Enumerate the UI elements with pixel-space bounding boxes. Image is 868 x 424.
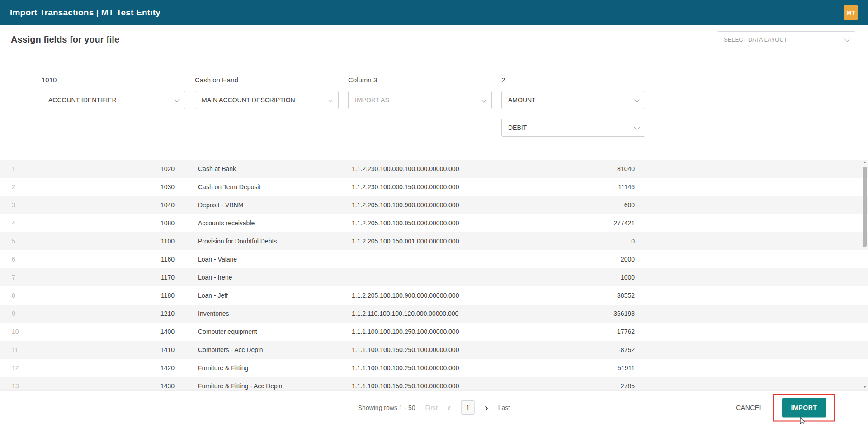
row-number-cell: 9: [0, 310, 36, 317]
table-row: 3 1040 Deposit - VBNM 1.1.2.205.100.100.…: [0, 196, 868, 214]
row-number-cell: 12: [0, 364, 36, 372]
first-page-button[interactable]: First: [425, 404, 438, 411]
chevron-down-icon: [481, 96, 487, 102]
account-code-cell: 1030: [36, 183, 175, 191]
account-code-cell: 1100: [36, 238, 175, 245]
previous-page-icon[interactable]: ‹: [448, 403, 451, 412]
account-code-cell: 1410: [36, 346, 175, 353]
account-description-cell: Inventories: [175, 310, 352, 317]
debit-credit-select-value: DEBIT: [508, 124, 527, 131]
account-description-cell: Furniture & Fitting: [175, 364, 352, 372]
account-description-cell: Computers - Acc Dep'n: [175, 346, 352, 353]
amount-cell: -8752: [546, 346, 635, 353]
account-description-cell: Provision for Doubtful Debts: [175, 238, 352, 245]
table-row: 9 1210 Inventories 1.1.2.110.100.100.120…: [0, 305, 868, 323]
row-number-cell: 13: [0, 382, 36, 390]
account-code-cell: 1210: [36, 310, 175, 317]
amount-cell: 1000: [546, 274, 635, 281]
account-mapping-cell: 1.1.2.110.100.100.120.000.00000.000: [352, 310, 546, 317]
account-mapping-cell: 1.1.2.230.100.000.150.000.00000.000: [352, 183, 546, 191]
account-code-cell: 1080: [36, 219, 175, 227]
main-account-description-select-value: MAIN ACCOUNT DESCRIPTION: [202, 96, 295, 104]
scroll-up-icon[interactable]: ▲: [862, 160, 868, 165]
account-description-cell: Loan - Valarie: [175, 256, 352, 263]
import-as-select-placeholder: IMPORT AS: [355, 96, 389, 104]
amount-cell: 51911: [546, 364, 635, 372]
account-mapping-cell: 1.1.2.205.100.150.001.000.00000.000: [352, 238, 546, 245]
account-code-cell: 1160: [36, 256, 175, 263]
account-code-cell: 1020: [36, 165, 175, 172]
account-code-cell: 1040: [36, 201, 175, 209]
mapping-column-3: Column 3 IMPORT AS: [348, 76, 492, 137]
table-row: 2 1030 Cash on Term Deposit 1.1.2.230.10…: [0, 178, 868, 196]
current-page-box[interactable]: 1: [461, 400, 475, 415]
table-row: 8 1180 Loan - Jeff 1.1.2.205.100.100.900…: [0, 286, 868, 305]
vertical-scrollbar[interactable]: ▲ ▼: [862, 160, 868, 390]
row-number-cell: 5: [0, 238, 36, 245]
account-description-cell: Cash at Bank: [175, 165, 352, 172]
data-layout-select-value: SELECT DATA LAYOUT: [724, 36, 788, 43]
row-number-cell: 3: [0, 201, 36, 209]
account-mapping-cell: 1.1.2.205.100.100.050.000.00000.000: [352, 219, 546, 227]
amount-cell: 17762: [546, 328, 635, 335]
import-button[interactable]: IMPORT: [782, 398, 826, 417]
account-mapping-cell: 1.1.1.100.100.100.250.100.00000.000: [352, 328, 546, 335]
last-page-button[interactable]: Last: [498, 404, 510, 411]
row-number-cell: 2: [0, 183, 36, 191]
footer-actions: CANCEL IMPORT: [736, 394, 835, 421]
amount-select[interactable]: AMOUNT: [501, 91, 645, 109]
amount-cell: 11146: [546, 183, 635, 191]
import-as-select[interactable]: IMPORT AS: [348, 91, 492, 109]
showing-rows-label: Showing rows 1 - 50: [358, 404, 415, 411]
account-code-cell: 1180: [36, 292, 175, 299]
chevron-down-icon: [844, 36, 850, 42]
account-mapping-cell: 1.1.1.100.100.150.250.100.00000.000: [352, 382, 546, 390]
section-title: Assign fields for your file: [11, 34, 119, 45]
pagination: Showing rows 1 - 50 First ‹ 1 › Last: [358, 400, 510, 415]
amount-select-value: AMOUNT: [508, 96, 536, 104]
amount-cell: 0: [546, 238, 635, 245]
chevron-down-icon: [634, 124, 640, 130]
top-bar: Import Transactions | MT Test Entity MT: [0, 0, 868, 25]
account-description-cell: Deposit - VBNM: [175, 201, 352, 209]
table-row: 11 1410 Computers - Acc Dep'n 1.1.1.100.…: [0, 341, 868, 359]
mouse-cursor-icon: [798, 417, 806, 424]
debit-credit-select[interactable]: DEBIT: [501, 119, 645, 137]
account-description-cell: Computer equipment: [175, 328, 352, 335]
avatar[interactable]: MT: [844, 5, 858, 20]
account-description-cell: Loan - Jeff: [175, 292, 352, 299]
field-mapping-section: 1010 ACCOUNT IDENTIFIER Cash on Hand MAI…: [0, 54, 868, 160]
next-page-icon[interactable]: ›: [485, 403, 488, 412]
amount-cell: 2785: [546, 382, 635, 390]
chevron-down-icon: [634, 96, 640, 102]
data-layout-select[interactable]: SELECT DATA LAYOUT: [717, 31, 855, 48]
table-row: 4 1080 Accounts receivable 1.1.2.205.100…: [0, 214, 868, 232]
row-number-cell: 4: [0, 219, 36, 227]
account-mapping-cell: 1.1.2.205.100.100.900.000.00000.000: [352, 292, 546, 299]
scrollbar-thumb[interactable]: [863, 167, 867, 247]
row-number-cell: 8: [0, 292, 36, 299]
table-row: 12 1420 Furniture & Fitting 1.1.1.100.10…: [0, 359, 868, 377]
row-number-cell: 6: [0, 256, 36, 263]
header: Assign fields for your file SELECT DATA …: [0, 25, 868, 54]
source-column-label: 1010: [42, 76, 185, 84]
account-description-cell: Loan - Irene: [175, 274, 352, 281]
account-code-cell: 1170: [36, 274, 175, 281]
amount-cell: 2000: [546, 256, 635, 263]
account-code-cell: 1430: [36, 382, 175, 390]
import-highlight-annotation: IMPORT: [773, 394, 835, 421]
account-identifier-select-value: ACCOUNT IDENTIFIER: [48, 96, 117, 104]
account-mapping-cell: 1.1.1.100.100.100.250.100.00000.000: [352, 364, 546, 372]
account-description-cell: Cash on Term Deposit: [175, 183, 352, 191]
source-column-label: 2: [501, 76, 645, 84]
chevron-down-icon: [175, 96, 180, 102]
main-account-description-select[interactable]: MAIN ACCOUNT DESCRIPTION: [195, 91, 339, 109]
account-code-cell: 1400: [36, 328, 175, 335]
account-identifier-select[interactable]: ACCOUNT IDENTIFIER: [42, 91, 185, 109]
account-mapping-cell: 1.1.2.230.100.000.100.000.00000.000: [352, 165, 546, 172]
cancel-button[interactable]: CANCEL: [736, 404, 763, 411]
table-row: 5 1100 Provision for Doubtful Debts 1.1.…: [0, 232, 868, 250]
mapping-column-1: 1010 ACCOUNT IDENTIFIER: [42, 76, 185, 137]
account-description-cell: Furniture & Fitting - Acc Dep'n: [175, 382, 352, 390]
scroll-down-icon[interactable]: ▼: [862, 385, 868, 390]
